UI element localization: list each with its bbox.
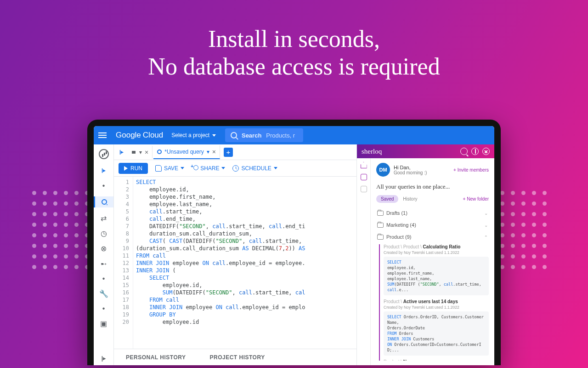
tab-personal-history[interactable]: PERSONAL HISTORY [114, 354, 198, 361]
search-input[interactable]: Search Products, r [225, 128, 303, 142]
rail-more-icon[interactable]: • [102, 275, 105, 283]
new-folder-link[interactable]: + New folder [463, 196, 489, 201]
laptop-mockup: Google Cloud Select a project Search Pro… [87, 120, 501, 365]
sherloq-header: sherloq [357, 144, 494, 158]
add-tab-button[interactable]: + [224, 148, 233, 157]
chevron-down-icon [221, 167, 225, 169]
chevron-down-icon: ▾ [207, 149, 209, 155]
collapse-icon[interactable]: |▸ [99, 166, 108, 175]
project-selector[interactable]: Select a project [171, 132, 216, 138]
query-card[interactable]: Product \ New usersCreated by Noy Twersk… [384, 359, 489, 361]
rail-more-icon[interactable]: • [102, 182, 105, 190]
editor-area: |▸ ▾ × *Unsaved query ▾ × + [114, 144, 356, 365]
rail-more-icon[interactable]: • [102, 305, 105, 313]
query-card[interactable]: Product \ Active users last 14 daysCreat… [384, 299, 489, 356]
clock-icon [232, 165, 239, 172]
sherloq-panel: sherloq DM [356, 144, 494, 365]
tab-strip: |▸ ▾ × *Unsaved query ▾ × + [114, 144, 356, 160]
pill-saved[interactable]: Saved [376, 195, 398, 203]
expand-rail-icon[interactable]: |▸ [102, 355, 106, 362]
query-cards: Product \ Product \ Calculating RatioCre… [379, 244, 489, 361]
rail-item-transfers[interactable]: ⇄ [101, 214, 107, 223]
close-icon[interactable]: × [212, 148, 216, 155]
rail-item-bi[interactable]: ➸ [101, 259, 107, 268]
rail-item-reservations[interactable]: ⊗ [101, 244, 107, 253]
close-icon[interactable] [482, 148, 490, 155]
folder-list: Drafts (1)⌄Marketing (4)⌄Product (9)⌄ [376, 207, 489, 242]
queries-icon[interactable] [361, 174, 367, 180]
chevron-down-icon [181, 167, 184, 169]
gcp-header: Google Cloud Select a project Search Pro… [94, 126, 494, 144]
chevron-down-icon: ⌄ [484, 223, 488, 228]
panel-toggle-icon[interactable]: |▸ [117, 147, 126, 157]
chevron-down-icon [274, 167, 277, 169]
save-button[interactable]: SAVE [155, 165, 184, 172]
layout-icon[interactable] [471, 148, 479, 155]
tagline: All your queries in one place... [376, 183, 489, 190]
code-editor[interactable]: 1234567891011121314151617181920 SELECT e… [114, 177, 356, 349]
sherloq-rail [357, 158, 371, 365]
search-icon[interactable] [460, 148, 468, 155]
share-icon [192, 165, 198, 172]
query-card[interactable]: Product \ Product \ Calculating RatioCre… [384, 244, 489, 295]
folder-item[interactable]: Marketing (4)⌄ [376, 219, 489, 230]
menu-icon[interactable] [98, 132, 111, 138]
folder-item[interactable]: Drafts (1)⌄ [376, 207, 489, 218]
share-button[interactable]: SHARE [192, 165, 225, 172]
filter-pills: Saved History + New folder [376, 195, 489, 203]
results-tabs: PERSONAL HISTORY PROJECT HISTORY [114, 349, 356, 365]
gcp-logo: Google Cloud [116, 131, 163, 140]
tab-unsaved-query[interactable]: *Unsaved query ▾ × [153, 145, 220, 159]
play-icon [124, 166, 128, 171]
folder-icon [377, 235, 384, 240]
chevron-down-icon [212, 134, 216, 137]
chevron-down-icon: ⌄ [484, 211, 488, 216]
rail-item-docs[interactable]: ▣ [100, 319, 107, 328]
code-content[interactable]: SELECT employee.id, employee.first_name,… [133, 177, 356, 349]
rail-item-settings[interactable]: 🔧 [99, 289, 108, 298]
query-icon [157, 150, 162, 154]
save-icon [155, 165, 162, 172]
home-icon[interactable] [361, 162, 367, 168]
invite-members-link[interactable]: + Invite members [453, 167, 489, 172]
marketing-headline: Install in seconds, No database access i… [0, 0, 588, 80]
rail-item-scheduled[interactable]: ◷ [101, 229, 107, 238]
settings-icon[interactable] [361, 186, 367, 192]
chevron-down-icon: ⌄ [484, 235, 488, 240]
pill-history[interactable]: History [403, 196, 417, 201]
chevron-down-icon: ▾ [139, 149, 142, 155]
rail-item-explorer[interactable] [94, 196, 113, 207]
sherloq-logo: sherloq [362, 148, 382, 155]
avatar: DM [376, 163, 390, 177]
close-icon[interactable]: × [145, 149, 148, 156]
bigquery-icon[interactable] [99, 149, 109, 159]
search-icon [231, 132, 237, 138]
folder-icon [377, 223, 384, 228]
user-greeting: DM Hi Dan, Good morning :) + Invite memb… [376, 163, 489, 177]
schedule-button[interactable]: SCHEDULE [232, 165, 277, 172]
editor-toolbar: RUN SAVE SHARE [114, 160, 356, 177]
folder-item[interactable]: Product (9)⌄ [376, 231, 489, 242]
home-icon [131, 150, 136, 155]
tab-home[interactable]: ▾ × [127, 146, 153, 159]
run-button[interactable]: RUN [119, 163, 148, 174]
folder-icon [377, 211, 384, 216]
gcp-left-rail: |▸ • ⇄ ◷ ⊗ ➸ • 🔧 • ▣ |▸ [94, 144, 114, 365]
tab-project-history[interactable]: PROJECT HISTORY [198, 354, 277, 361]
line-gutter: 1234567891011121314151617181920 [114, 177, 133, 349]
